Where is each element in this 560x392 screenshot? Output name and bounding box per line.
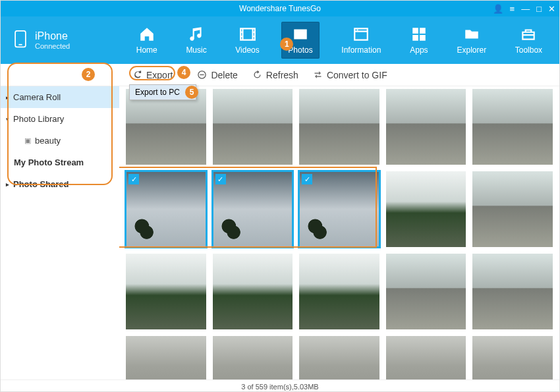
titlebar: Wondershare TunesGo 👤 ≡ — □ ✕ <box>1 1 559 16</box>
callout-4: 4 <box>177 66 190 79</box>
apps-icon <box>410 26 428 43</box>
delete-button[interactable]: Delete <box>197 70 237 80</box>
status-bar: 3 of 559 item(s),5.03MB <box>1 379 559 392</box>
photo-thumb[interactable] <box>472 336 553 379</box>
device-panel[interactable]: iPhone Connected <box>1 30 119 51</box>
photo-thumb[interactable] <box>472 254 553 329</box>
photo-thumb[interactable] <box>472 171 553 247</box>
svg-point-2 <box>296 31 298 33</box>
nav-photos[interactable]: Photos 1 <box>281 22 319 59</box>
svg-point-3 <box>357 29 358 30</box>
status-text: 3 of 559 item(s),5.03MB <box>241 383 318 391</box>
video-icon <box>238 26 257 43</box>
phone-icon <box>13 30 28 51</box>
callout-sidebar-outline <box>7 63 113 185</box>
toolbox-icon <box>519 26 538 43</box>
close-icon[interactable]: ✕ <box>548 4 555 14</box>
nav-home[interactable]: Home <box>130 22 164 59</box>
photo-thumb[interactable] <box>126 336 206 379</box>
sidebar: ▸ Camera Roll ▾ Photo Library ▣ beauty M… <box>1 86 119 379</box>
photo-thumb[interactable] <box>299 89 379 165</box>
callout-export-outline <box>129 66 175 80</box>
window-controls: 👤 ≡ — □ ✕ <box>493 1 555 16</box>
photo-thumb[interactable] <box>386 254 466 329</box>
home-icon <box>138 26 156 43</box>
photo-thumb[interactable] <box>386 171 466 247</box>
photo-thumb[interactable] <box>213 89 293 165</box>
photo-icon <box>291 26 310 43</box>
nav-videos[interactable]: Videos <box>229 22 266 59</box>
photo-thumb[interactable] <box>299 254 379 329</box>
photo-grid-area: ✓ ✓ ✓ 3 <box>119 86 559 379</box>
photo-thumb[interactable] <box>386 336 466 379</box>
music-icon <box>187 26 206 43</box>
user-icon[interactable]: 👤 <box>493 4 503 14</box>
explorer-icon <box>462 26 481 43</box>
photo-thumb[interactable] <box>299 336 379 379</box>
nav-explorer[interactable]: Explorer <box>450 22 493 59</box>
convert-gif-button[interactable]: Convert to GIF <box>313 70 387 80</box>
nav-toolbox[interactable]: Toolbox <box>509 22 549 59</box>
photo-thumb[interactable] <box>213 254 293 329</box>
device-name: iPhone <box>35 30 70 42</box>
callout-2: 2 <box>82 68 95 81</box>
nav-music[interactable]: Music <box>179 22 213 59</box>
callout-5: 5 <box>185 86 198 99</box>
photo-thumb[interactable] <box>126 89 206 165</box>
minimize-icon[interactable]: — <box>521 4 530 14</box>
photo-thumb[interactable] <box>213 336 293 379</box>
photo-thumb[interactable] <box>126 254 206 329</box>
delete-icon <box>197 70 207 80</box>
menu-icon[interactable]: ≡ <box>510 4 515 14</box>
refresh-button[interactable]: Refresh <box>252 70 298 80</box>
info-icon <box>352 26 370 43</box>
convert-icon <box>313 70 323 80</box>
nav-information[interactable]: Information <box>335 22 387 59</box>
maximize-icon[interactable]: □ <box>536 4 542 14</box>
top-nav: iPhone Connected Home Music Videos Photo… <box>1 16 559 64</box>
photo-thumb[interactable] <box>386 89 466 165</box>
callout-selection-outline <box>119 167 377 248</box>
photo-thumb[interactable] <box>472 89 553 165</box>
nav-apps[interactable]: Apps <box>403 22 435 59</box>
device-status: Connected <box>35 42 70 50</box>
refresh-icon <box>252 70 262 80</box>
app-title: Wondershare TunesGo <box>239 4 321 13</box>
caret-icon: ▸ <box>6 181 9 188</box>
